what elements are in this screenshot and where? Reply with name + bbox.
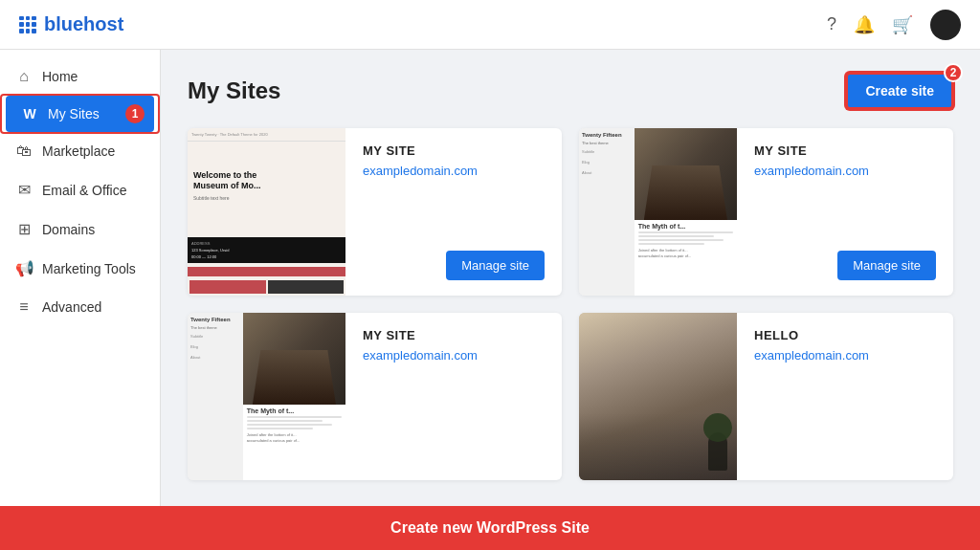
card-thumbnail-2: Twenty Fifteen The best theme SubtitleBl… [579, 128, 737, 296]
grid-icon [19, 16, 36, 33]
sidebar-item-email-office[interactable]: ✉ Email & Office [0, 170, 160, 209]
bottom-banner[interactable]: Create new WordPress Site [0, 506, 980, 550]
card-domain-1[interactable]: exampledomain.com [363, 164, 545, 178]
wordpress-icon: W [21, 106, 38, 121]
site-card-2: Twenty Fifteen The best theme SubtitleBl… [579, 128, 953, 296]
main-layout: ⌂ Home W My Sites 1 🛍 Marketplace ✉ Emai… [0, 50, 980, 506]
site-card-4: Hello exampledomain.com [579, 313, 953, 480]
create-site-btn-wrap: Create site 2 [846, 73, 953, 109]
avatar[interactable] [930, 10, 961, 40]
email-icon: ✉ [15, 181, 33, 199]
sidebar-item-advanced[interactable]: ≡ Advanced [0, 288, 160, 326]
card-info-4: Hello exampledomain.com [737, 313, 953, 480]
theme-preview-twenty-fifteen: Twenty Fifteen The best theme SubtitleBl… [579, 128, 737, 296]
sidebar-label-domains: Domains [42, 222, 95, 237]
card-site-name-2: MY SITE [754, 143, 936, 158]
site-card-3: Twenty Fifteen The best theme SubtitleBl… [188, 313, 562, 480]
create-site-badge: 2 [944, 63, 963, 82]
help-icon[interactable]: ? [827, 14, 836, 34]
sidebar-item-marketing-tools[interactable]: 📢 Marketing Tools [0, 249, 160, 288]
site-card-1: Twenty Twenty · The Default Theme for 20… [188, 128, 562, 296]
card-site-name-1: MY SITE [363, 143, 545, 158]
sidebar-label-marketplace: Marketplace [42, 143, 115, 159]
cart-icon[interactable]: 🛒 [892, 14, 913, 35]
sidebar-item-domains[interactable]: ⊞ Domains [0, 209, 160, 249]
sidebar-label-home: Home [42, 69, 78, 84]
brand-name: bluehost [44, 13, 123, 35]
home-icon: ⌂ [15, 68, 33, 85]
sidebar-label-my-sites: My Sites [48, 106, 100, 121]
card-thumbnail-3: Twenty Fifteen The best theme SubtitleBl… [188, 313, 345, 480]
sidebar: ⌂ Home W My Sites 1 🛍 Marketplace ✉ Emai… [0, 50, 161, 506]
card-site-name-3: My Site [363, 328, 545, 342]
create-site-button[interactable]: Create site [846, 73, 953, 109]
manage-site-button-2[interactable]: Manage site [837, 251, 936, 280]
theme-preview-twenty-twenty: Twenty Twenty · The Default Theme for 20… [188, 128, 345, 296]
card-domain-4[interactable]: exampledomain.com [754, 348, 936, 363]
domains-icon: ⊞ [15, 220, 33, 238]
card-info-3: My Site exampledomain.com [345, 313, 562, 480]
sidebar-item-my-sites[interactable]: W My Sites 1 [6, 96, 154, 132]
sidebar-item-home[interactable]: ⌂ Home [0, 57, 160, 96]
bell-icon[interactable]: 🔔 [854, 14, 875, 35]
sidebar-item-marketplace[interactable]: 🛍 Marketplace [0, 132, 160, 170]
manage-site-button-1[interactable]: Manage site [446, 251, 545, 280]
content-header: My Sites Create site 2 [188, 73, 953, 109]
page-title: My Sites [188, 77, 280, 104]
sidebar-label-marketing-tools: Marketing Tools [42, 261, 136, 276]
theme-preview-twenty-fifteen-2: Twenty Fifteen The best theme SubtitleBl… [188, 313, 345, 480]
card-site-name-4: Hello [754, 328, 936, 342]
card-info-1: MY SITE exampledomain.com Manage site [345, 128, 562, 296]
marketing-icon: 📢 [15, 259, 33, 277]
topnav: bluehost ? 🔔 🛒 [0, 0, 980, 50]
my-sites-badge: 1 [125, 104, 145, 123]
topnav-actions: ? 🔔 🛒 [827, 10, 961, 40]
advanced-icon: ≡ [15, 298, 33, 316]
card-domain-2[interactable]: exampledomain.com [754, 164, 936, 178]
card-thumbnail-4 [579, 313, 737, 480]
sidebar-label-email-office: Email & Office [42, 183, 126, 198]
brand-logo[interactable]: bluehost [19, 13, 123, 35]
content-area: My Sites Create site 2 Twenty Twenty · T… [161, 50, 980, 506]
card-thumbnail-1: Twenty Twenty · The Default Theme for 20… [188, 128, 345, 296]
card-domain-3[interactable]: exampledomain.com [363, 348, 545, 363]
sites-grid: Twenty Twenty · The Default Theme for 20… [188, 128, 953, 480]
sidebar-label-advanced: Advanced [42, 299, 101, 315]
marketplace-icon: 🛍 [15, 143, 33, 160]
card-info-2: MY SITE exampledomain.com Manage site [737, 128, 953, 296]
